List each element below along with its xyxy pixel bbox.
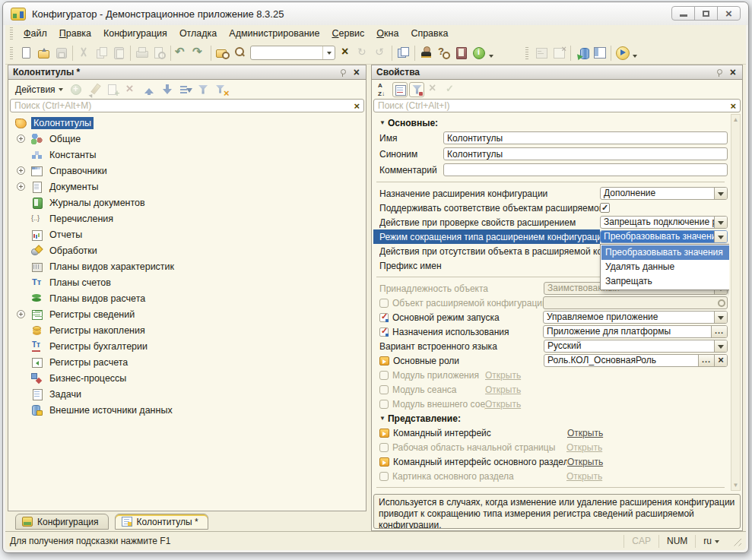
move-up-icon[interactable] xyxy=(141,82,157,97)
tree-search-input[interactable] xyxy=(11,100,350,111)
search-icon[interactable] xyxy=(232,45,248,61)
tree-item[interactable]: Журналы документов xyxy=(10,195,364,210)
resize-grip[interactable] xyxy=(731,536,741,546)
show-by-categories-icon[interactable] xyxy=(392,82,408,97)
help-search-icon[interactable] xyxy=(436,45,452,61)
actions-menu-button[interactable]: Действия xyxy=(11,84,67,96)
property-input[interactable] xyxy=(443,131,728,144)
expand-plus-icon[interactable] xyxy=(17,310,25,318)
quick-search-input[interactable] xyxy=(251,48,322,59)
scroll-down-icon[interactable]: ▼ xyxy=(731,480,740,490)
menu-grip[interactable] xyxy=(10,27,13,40)
dropdown-option[interactable]: Удалять данные xyxy=(601,260,729,274)
open-link[interactable]: Открыть xyxy=(567,457,603,467)
property-combo[interactable]: Управляемое приложение xyxy=(543,311,728,324)
redo-icon[interactable] xyxy=(192,45,208,61)
property-reference-field[interactable]: Приложение для платформы... xyxy=(543,325,728,338)
menu-windows[interactable]: Окна xyxy=(370,27,405,40)
more-options-caret-icon[interactable] xyxy=(487,46,495,60)
syntax-helper-icon[interactable] xyxy=(418,45,434,61)
left-panel-close-icon[interactable]: × xyxy=(352,67,361,78)
clear-filter-icon[interactable] xyxy=(214,82,230,97)
minimize-button[interactable] xyxy=(671,6,695,21)
tab-doc[interactable]: Колонтитулы * xyxy=(115,514,208,530)
property-combo[interactable]: Запрещать подключение рас xyxy=(600,216,728,229)
combo-dropdown-icon[interactable] xyxy=(714,312,727,323)
properties-close-icon[interactable]: × xyxy=(728,67,738,78)
tab-conf[interactable]: Конфигурация xyxy=(15,514,109,530)
toolbar-grip[interactable] xyxy=(525,47,528,59)
start-debugging-icon[interactable] xyxy=(614,45,630,61)
new-file-icon[interactable] xyxy=(18,45,34,61)
open-form-icon[interactable] xyxy=(592,45,608,61)
combo-dropdown-icon[interactable] xyxy=(714,217,727,228)
menu-service[interactable]: Сервис xyxy=(326,27,371,40)
expand-plus-icon[interactable] xyxy=(17,134,25,143)
menu-debug[interactable]: Отладка xyxy=(173,27,223,40)
properties-search-clear-icon[interactable]: × xyxy=(726,101,740,111)
tree-item[interactable]: Справочники xyxy=(10,163,364,179)
tree-item[interactable]: Перечисления xyxy=(10,210,364,226)
scroll-up-icon[interactable]: ▲ xyxy=(731,115,740,125)
menu-edit[interactable]: Правка xyxy=(53,27,97,40)
tree-item[interactable]: Планы видов расчета xyxy=(10,290,364,306)
toolbar-grip[interactable] xyxy=(10,47,13,59)
property-input[interactable] xyxy=(443,163,728,176)
property-combo[interactable]: Преобразовывать значения xyxy=(600,230,728,243)
dropdown-option[interactable]: Преобразовывать значения xyxy=(601,245,729,260)
property-checkbox[interactable]: ✓ xyxy=(600,203,610,213)
tree-item[interactable]: Отчеты xyxy=(10,226,364,242)
dropdown-option[interactable]: Запрещать xyxy=(601,274,729,289)
global-search-icon[interactable] xyxy=(214,45,230,61)
property-input[interactable] xyxy=(443,147,728,160)
undo-icon[interactable] xyxy=(174,45,190,61)
filter-icon[interactable] xyxy=(196,82,211,97)
tree-item[interactable]: Документы xyxy=(10,179,364,195)
tree-item[interactable]: Регистры бухгалтерии xyxy=(10,338,364,354)
sort-icon[interactable] xyxy=(178,82,193,97)
menu-help[interactable]: Справка xyxy=(405,27,454,40)
tree-item[interactable]: Регистры накопления xyxy=(10,322,364,338)
sort-alphabetically-icon[interactable] xyxy=(376,82,391,97)
ellipsis-button[interactable]: ... xyxy=(698,355,714,366)
properties-search-input[interactable] xyxy=(374,100,726,111)
menu-administration[interactable]: Администрирование xyxy=(223,27,325,40)
property-combo[interactable]: Дополнение xyxy=(600,187,728,200)
combo-dropdown-icon[interactable] xyxy=(714,340,727,352)
clipboard-history-icon[interactable] xyxy=(395,45,411,61)
tree-item[interactable]: Бизнес-процессы xyxy=(10,370,364,386)
expand-plus-icon[interactable] xyxy=(17,166,25,175)
tree-item[interactable]: Обработки xyxy=(10,242,364,258)
tree-item[interactable]: Внешние источники данных xyxy=(10,402,364,418)
update-database-configuration-icon[interactable] xyxy=(574,45,590,61)
pin-icon[interactable] xyxy=(339,68,346,77)
tree-item[interactable]: Задачи xyxy=(10,386,364,402)
combo-dropdown-icon[interactable] xyxy=(714,231,727,242)
properties-scrollbar[interactable]: ▲ ▼ xyxy=(731,114,741,491)
tree-item[interactable]: Общие xyxy=(10,131,364,147)
help-contents-icon[interactable] xyxy=(453,45,469,61)
language-selector[interactable]: ru xyxy=(695,535,727,548)
tree-item[interactable]: Планы видов характеристик xyxy=(10,258,364,274)
menu-file[interactable]: Файл xyxy=(17,27,53,40)
combo-dropdown-icon[interactable] xyxy=(714,188,727,199)
more-options-caret-icon[interactable] xyxy=(631,46,639,60)
tree-item[interactable]: Планы счетов xyxy=(10,274,364,290)
open-link[interactable]: Открыть xyxy=(567,428,603,438)
tree-item[interactable]: Регистры сведений xyxy=(10,306,364,322)
info-icon[interactable] xyxy=(471,45,487,61)
tree-item[interactable]: Константы xyxy=(10,147,364,163)
property-reference-field[interactable]: Роль.КОЛ_ОсновнаяРоль...× xyxy=(544,354,728,367)
property-combo[interactable]: Русский xyxy=(544,340,728,353)
search-clear-icon[interactable] xyxy=(338,45,354,61)
close-button[interactable]: × xyxy=(717,6,741,21)
open-file-icon[interactable] xyxy=(36,45,52,61)
clear-button[interactable]: × xyxy=(714,355,727,366)
maximize-button[interactable] xyxy=(694,6,718,21)
ellipsis-button[interactable]: ... xyxy=(711,326,727,337)
move-down-icon[interactable] xyxy=(160,82,175,97)
collapse-triangle-icon[interactable]: ▼ xyxy=(379,119,386,126)
collapse-triangle-icon[interactable]: ▼ xyxy=(379,415,386,422)
tree-item[interactable]: Колонтитулы xyxy=(10,115,364,131)
tree-item[interactable]: Регистры расчета xyxy=(10,354,364,370)
